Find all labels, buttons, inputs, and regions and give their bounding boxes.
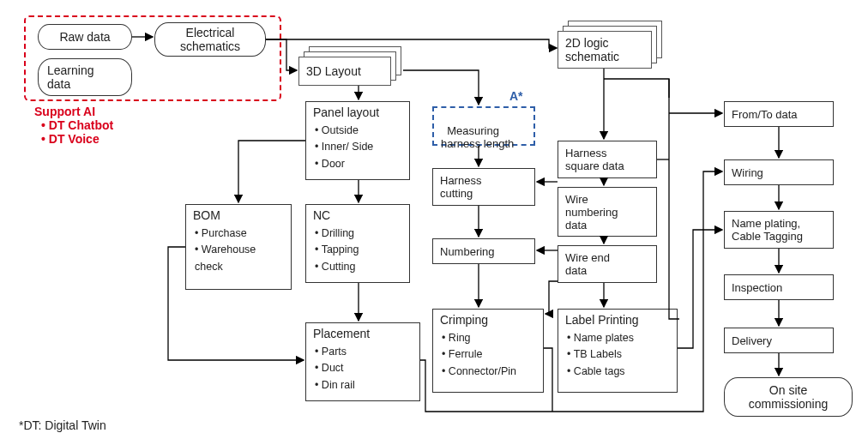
3d-layout-label: 3D Layout bbox=[306, 64, 361, 78]
placement-item-1: Duct bbox=[315, 360, 414, 376]
inspection-label: Inspection bbox=[732, 281, 782, 294]
crimping-item-0: Ring bbox=[442, 330, 538, 346]
nc-item-1: Tapping bbox=[315, 242, 404, 258]
name-plating-label: Name plating, Cable Tagging bbox=[732, 217, 803, 243]
measuring-box: Measuring harness length bbox=[432, 106, 535, 146]
wire-end-label: Wire end data bbox=[565, 251, 610, 277]
placement-title: Placement bbox=[306, 323, 419, 340]
name-plating-box: Name plating, Cable Tagging bbox=[724, 211, 834, 249]
wire-end-box: Wire end data bbox=[558, 245, 657, 283]
electrical-schematics-node: Electrical schematics bbox=[154, 22, 266, 57]
panel-layout-item-1: Inner/ Side bbox=[315, 139, 404, 155]
label-printing-item-0: Name plates bbox=[567, 330, 672, 346]
nc-item-0: Drilling bbox=[315, 226, 404, 242]
label-printing-box: Label Printing Name plates TB Labels Cab… bbox=[558, 309, 678, 393]
crimping-item-1: Ferrule bbox=[442, 346, 538, 363]
placement-item-0: Parts bbox=[315, 344, 414, 360]
electrical-schematics-label: Electrical schematics bbox=[180, 26, 240, 53]
bom-item-0: Purchase bbox=[195, 226, 286, 242]
from-to-label: From/To data bbox=[732, 108, 798, 121]
placement-item-2: Din rail bbox=[315, 377, 414, 394]
2d-logic-stack: 2D logic schematic bbox=[558, 31, 652, 69]
support-ai-item-1: DT Voice bbox=[49, 132, 99, 146]
delivery-label: Delivery bbox=[732, 334, 772, 347]
panel-layout-item-2: Door bbox=[315, 156, 404, 172]
harness-square-box: Harness square data bbox=[558, 141, 657, 178]
from-to-box: From/To data bbox=[724, 101, 834, 127]
nc-box: NC Drilling Tapping Cutting bbox=[305, 204, 410, 283]
delivery-box: Delivery bbox=[724, 328, 834, 353]
crimping-item-2: Connector/Pin bbox=[442, 364, 538, 380]
3d-layout-stack: 3D Layout bbox=[298, 57, 391, 86]
support-ai-title: Support AI bbox=[34, 105, 95, 118]
support-ai-item-0: DT Chatbot bbox=[49, 118, 113, 132]
bom-item-1: Warehouse check bbox=[195, 242, 286, 275]
panel-layout-title: Panel layout bbox=[306, 102, 409, 119]
measuring-title: Measuring harness length bbox=[441, 124, 514, 150]
harness-cutting-box: Harness cutting bbox=[432, 168, 535, 206]
2d-logic-label: 2D logic schematic bbox=[565, 36, 619, 63]
a-star-label: A* bbox=[509, 89, 523, 103]
panel-layout-item-0: Outside bbox=[315, 123, 404, 139]
nc-title: NC bbox=[306, 205, 409, 222]
wire-numbering-box: Wire numbering data bbox=[558, 187, 657, 237]
inspection-box: Inspection bbox=[724, 274, 834, 300]
label-printing-title: Label Printing bbox=[558, 310, 677, 327]
wiring-label: Wiring bbox=[732, 166, 763, 179]
raw-data-node: Raw data bbox=[38, 24, 132, 50]
crimping-box: Crimping Ring Ferrule Connector/Pin bbox=[432, 309, 544, 393]
support-ai-label: Support AI • DT Chatbot • DT Voice bbox=[34, 105, 113, 146]
bom-title: BOM bbox=[186, 205, 291, 222]
numbering-label: Numbering bbox=[440, 245, 495, 258]
wire-numbering-label: Wire numbering data bbox=[565, 193, 618, 232]
onsite-node: On site commissioning bbox=[724, 377, 853, 417]
learning-data-label: Learning data bbox=[47, 63, 94, 91]
placement-box: Placement Parts Duct Din rail bbox=[305, 322, 420, 401]
label-printing-item-2: Cable tags bbox=[567, 364, 672, 380]
footnote: *DT: Digital Twin bbox=[19, 418, 106, 432]
learning-data-node: Learning data bbox=[38, 58, 132, 96]
crimping-title: Crimping bbox=[433, 310, 543, 327]
numbering-box: Numbering bbox=[432, 238, 535, 264]
harness-cutting-label: Harness cutting bbox=[440, 174, 481, 200]
nc-item-2: Cutting bbox=[315, 259, 404, 275]
label-printing-item-1: TB Labels bbox=[567, 346, 672, 363]
bom-box: BOM Purchase Warehouse check bbox=[185, 204, 292, 290]
raw-data-label: Raw data bbox=[59, 30, 110, 44]
harness-square-label: Harness square data bbox=[565, 147, 624, 172]
panel-layout-box: Panel layout Outside Inner/ Side Door bbox=[305, 101, 410, 180]
wiring-box: Wiring bbox=[724, 159, 834, 185]
onsite-label: On site commissioning bbox=[749, 383, 829, 411]
